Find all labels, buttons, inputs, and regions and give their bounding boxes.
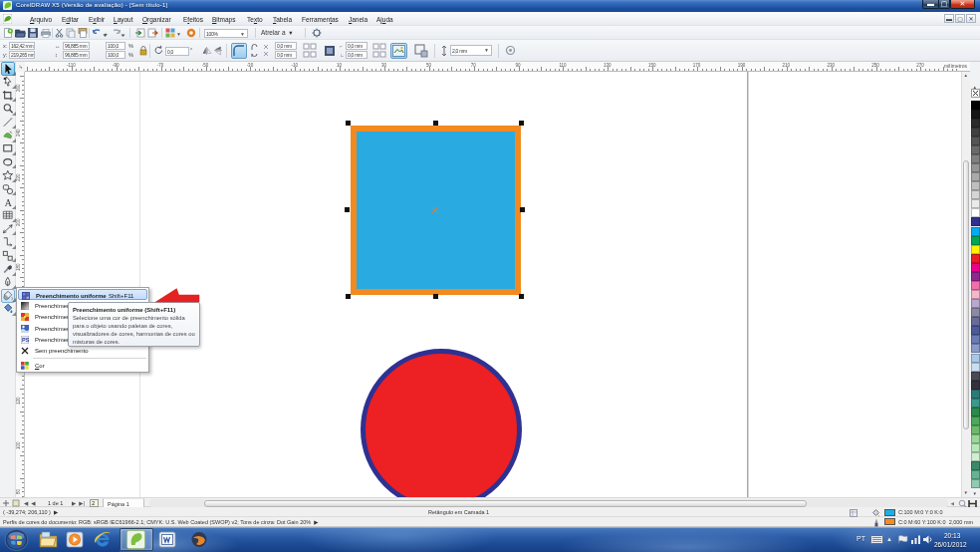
svg-text:A: A [5, 197, 12, 208]
svg-text:PS: PS [22, 337, 29, 343]
